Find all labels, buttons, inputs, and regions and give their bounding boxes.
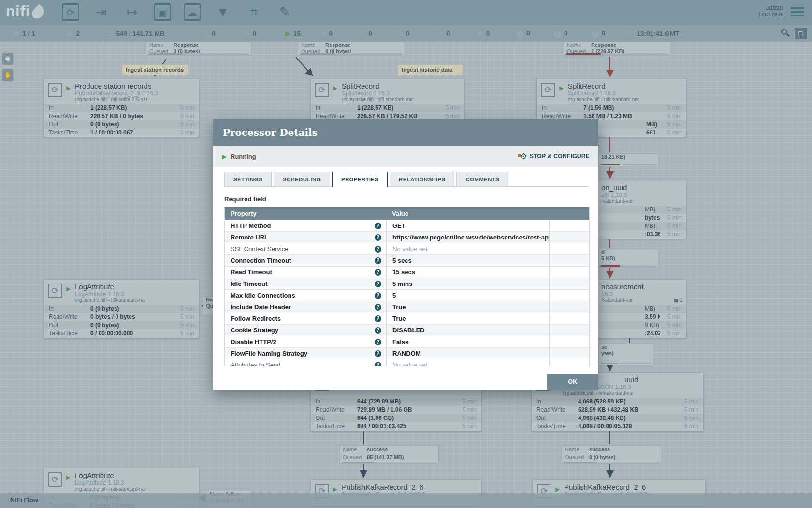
locally-modified-stale-versioned-icon: ! [554,31,561,38]
bulletin-panel-button[interactable]: ▢ [795,28,807,39]
processor-type-icon: ⟳ [315,83,329,97]
connection-label-l3[interactable]: NameResponseQueued1 (228.57 KB) [564,42,671,56]
canvas-label[interactable]: Ingest historic data [398,64,463,75]
connection-label-l7[interactable]: d5 KB) [598,249,658,268]
help-icon[interactable]: ? [375,257,381,264]
processor-icon[interactable]: ⟳ [62,3,79,21]
help-icon[interactable]: ? [375,281,381,287]
connection-label-l1[interactable]: NameResponseQueued0 (0 bytes) [146,42,252,56]
run-status-icon: ▶ [66,285,71,292]
breadcrumb-root[interactable]: NiFi Flow [10,496,38,504]
connection-label-l4[interactable]: NamesuccessQueued85 (141.37 MB) [339,445,439,464]
property-name: Read Timeout [231,267,375,278]
funnel-icon[interactable]: ▼ [214,3,232,21]
help-icon[interactable]: ? [375,246,381,253]
run-status-icon: ▶ [66,85,71,91]
status-active-threads: ▦2 [67,25,80,42]
help-icon[interactable]: ? [375,269,381,276]
invalid-components-count: 0 [369,30,373,37]
processor-produce[interactable]: ⟳ ▶Produce station records PublishKafkaR… [44,79,199,137]
help-icon[interactable]: ? [375,292,381,299]
help-icon[interactable]: ? [375,339,381,345]
property-row: Remote URL ? https://www.pegelonline.wsv… [225,232,589,243]
crosshair-palette-icon[interactable]: ◉ [2,53,13,64]
active-threads-icon: ▦ [67,30,73,37]
tab-settings[interactable]: SETTINGS [224,172,272,186]
property-value: No value set [386,243,549,254]
stop-and-configure-button[interactable]: ⚙ STOP & CONFIGURE [520,151,590,162]
not-transmitting-remote-groups-icon: ⊘ [244,30,250,37]
property-row: SSL Context Service ? No value set [225,243,589,255]
processor-type-icon: ⟳ [48,83,62,97]
property-row: Disable HTTP/2 ? False [225,336,589,348]
connection-label-l5[interactable]: NamesuccessQueued0 (0 bytes) [562,445,661,464]
value-column-header: Value [386,207,549,220]
help-icon[interactable]: ? [375,223,381,229]
remote-process-group-icon[interactable]: ☁ [184,3,201,21]
tab-relationships[interactable]: RELATIONSHIPS [390,172,454,186]
help-icon[interactable]: ? [375,350,381,357]
property-value: No value set [386,359,549,366]
logout-link[interactable]: LOG OUT [759,12,783,17]
up-to-date-versioned-icon: ✔ [438,30,444,37]
property-column-header: Property [225,207,386,220]
not-transmitting-remote-groups-count: 0 [253,30,257,37]
processor-name: LogAttribute [75,471,195,479]
breadcrumb[interactable]: NiFi Flow [0,493,812,508]
transmitting-remote-groups-icon: ◎ [203,30,209,37]
processor-stat-row: bytes 5 min [598,214,686,222]
help-icon[interactable]: ? [375,315,381,322]
processor-bundle: org.apache.nifi - nifi-standard-nar [563,390,699,396]
processor-name: neasurement [601,283,682,291]
output-port-icon[interactable]: ↦ [123,3,141,21]
nifi-logo: nifi [6,3,42,20]
connection-label-naqu[interactable]: NaQu [203,296,213,315]
run-status-icon: ▶ [555,486,560,493]
tab-properties[interactable]: PROPERTIES [332,172,388,187]
processor-logattr1[interactable]: ⟳ ▶LogAttribute LogAttribute 1.16.3 org.… [44,280,199,338]
tab-scheduling[interactable]: SCHEDULING [274,172,330,186]
processor-measurement[interactable]: neasurement 16.3 fi-standard-nar ▦ 1 MB)… [598,280,686,338]
sync-failure-versioned-icon: ? [592,31,599,38]
current-user: admin [759,4,783,12]
template-icon[interactable]: ⌗ [245,3,263,21]
property-name: FlowFile Naming Strategy [231,348,375,359]
ok-button[interactable]: OK [547,374,598,390]
app-header: nifi ⟳⇥↦▣☁▼⌗✎ admin LOG OUT [0,0,812,25]
help-icon[interactable]: ? [375,234,381,241]
help-icon[interactable]: ? [375,304,381,311]
help-icon[interactable]: ? [375,327,381,334]
search-button[interactable] [781,29,790,38]
property-value: 5 secs [386,255,549,266]
processor-stat-row: Out 644 (1.06 GB) 5 min [311,414,481,422]
connection-label-l6[interactable]: 18.21 KB) [598,153,658,166]
input-port-icon[interactable]: ⇥ [92,3,110,21]
help-icon[interactable]: ? [375,362,381,367]
processor-type: SplitRecord 1.16.3 [342,90,461,97]
last-refresh-time: 13:01:41 GMT [637,30,680,37]
process-group-icon[interactable]: ▣ [154,3,171,21]
connection-label-l2[interactable]: NameResponseQueued0 (0 bytes) [298,42,405,56]
property-value: 15 secs [386,267,549,278]
running-icon: ▶ [222,153,227,160]
canvas-label[interactable]: Ingest station records [122,64,188,75]
property-row: Read Timeout ? 15 secs [225,267,589,278]
property-name: Follow Redirects [231,313,375,325]
hand-palette-icon[interactable]: ✋ [2,69,13,81]
locally-modified-stale-versioned-count: 0 [564,30,568,37]
processor-type: 16.3 [601,291,682,298]
run-status-icon: ▶ [559,85,564,91]
property-value: RANDOM [386,348,549,359]
last-refresh[interactable]: ⟳ 13:01:41 GMT [626,25,679,42]
property-name: Max Idle Connections [231,290,375,301]
processor-onuuid[interactable]: on_uuid ath 1.16.3 fi-standard-nar MB) 5… [598,180,686,239]
processor-name: on_uuid [601,183,682,192]
processor-stat-row: Out 4,068 (432.48 KB) 5 min [532,414,703,422]
connection-label-l8[interactable]: seytes) [598,344,653,365]
label-icon[interactable]: ✎ [276,3,294,21]
global-menu-icon[interactable] [791,7,804,16]
tab-comments[interactable]: COMMENTS [456,172,508,186]
processor-bundle: org.apache.nifi - nifi-standard-nar [342,97,461,102]
refresh-icon[interactable]: ⟳ [626,30,632,37]
processor-details-dialog: Processor Details ▶ Running ⚙ STOP & CON… [213,119,598,390]
